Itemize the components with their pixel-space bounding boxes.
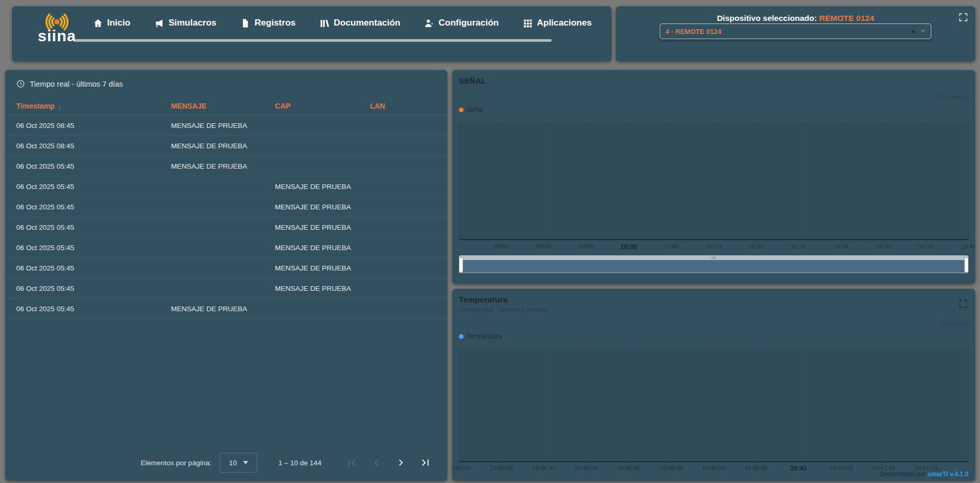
cell-cap: MENSAJE DE PRUEBA <box>275 183 370 191</box>
fullscreen-icon[interactable] <box>959 13 968 22</box>
gridline <box>884 122 884 242</box>
x-axis-label: 10:41:05 <box>829 465 853 471</box>
cell-timestamp: 06 Oct 2025 05:45 <box>5 183 171 191</box>
chart-title: SEÑAL <box>459 76 486 85</box>
table-row[interactable]: 06 Oct 2025 05:45 MENSAJE DE PRUEBA <box>5 176 447 197</box>
items-per-page-label: Elementos por página: <box>141 459 211 467</box>
temperatura-plot-area[interactable] <box>459 349 969 462</box>
sort-desc-icon[interactable]: ↓ <box>58 102 62 110</box>
x-axis-label: 10:10 <box>706 243 721 250</box>
last-page-button[interactable] <box>419 456 432 469</box>
gridline <box>586 122 587 242</box>
table-row[interactable]: 06 Oct 2025 08:45 MENSAJE DE PRUEBA <box>5 115 447 136</box>
fullscreen-icon[interactable] <box>959 299 968 309</box>
device-select[interactable]: 4 - REMOTE 0124 × <box>660 23 931 39</box>
column-header-cap[interactable]: CAP <box>275 102 370 110</box>
gridline <box>544 122 544 242</box>
slider-handle-left[interactable] <box>459 257 463 273</box>
nav-panel: siina Inicio Simulacros Registros Docume… <box>12 6 612 62</box>
promedio-label[interactable]: Promedio <box>939 93 969 101</box>
nav-label: Aplicaciones <box>537 18 592 28</box>
cell-timestamp: 06 Oct 2025 05:45 <box>5 305 171 313</box>
senal-x-axis: 09:4509:5009:5510:0010:0510:1010:1510:20… <box>459 243 969 252</box>
table-row[interactable]: 06 Oct 2025 05:45 MENSAJE DE PRUEBA <box>5 238 447 258</box>
table-row[interactable]: 06 Oct 2025 05:45 MENSAJE DE PRUEBA <box>5 278 447 299</box>
x-axis-label: 10:40 <box>961 243 975 250</box>
gridline <box>799 122 799 242</box>
promedio-label[interactable]: Promedio <box>939 320 969 327</box>
table-row[interactable]: 06 Oct 2025 05:45 MENSAJE DE PRUEBA <box>5 197 447 217</box>
gridline <box>756 349 757 464</box>
nav-item-inicio[interactable]: Inicio <box>93 18 130 28</box>
device-name: REMOTE 0124 <box>819 14 874 22</box>
prev-page-button[interactable] <box>370 456 383 469</box>
table-row[interactable]: 06 Oct 2025 05:45 MENSAJE DE PRUEBA <box>5 156 447 176</box>
table-row[interactable]: 06 Oct 2025 05:45 MENSAJE DE PRUEBA <box>5 299 447 319</box>
slider-handle-right[interactable] <box>964 257 969 273</box>
column-header-lan[interactable]: LAN <box>370 102 447 110</box>
x-axis-label: 10:40:20 <box>452 465 470 471</box>
gridline <box>714 122 714 242</box>
table-row[interactable]: 06 Oct 2025 05:45 MENSAJE DE PRUEBA <box>5 258 447 278</box>
next-page-button[interactable] <box>395 456 407 469</box>
cell-mensaje: MENSAJE DE PRUEBA <box>171 305 275 313</box>
cell-timestamp: 06 Oct 2025 05:45 <box>5 244 171 252</box>
first-page-button[interactable] <box>345 456 358 469</box>
x-axis-label: 10:40:45 <box>660 465 683 471</box>
x-axis-label: 10:40:25 <box>490 465 513 471</box>
table-header-row: Timestamp↓ MENSAJE CAP LAN <box>5 97 447 115</box>
slider-grip-icon[interactable] <box>711 256 716 259</box>
device-title: Dispositivo seleccionado: REMOTE 0124 <box>616 14 975 23</box>
footer-version-link[interactable]: smarTI v.4.1.0 <box>928 470 969 478</box>
chevron-down-icon <box>243 461 248 464</box>
x-axis-label: 10:40:55 <box>744 465 768 471</box>
table-body: 06 Oct 2025 08:45 MENSAJE DE PRUEBA 06 O… <box>5 115 447 319</box>
page-range-label: 1 – 10 de 144 <box>278 459 321 467</box>
realtime-table-panel: Tiempo real - últimos 7 días Timestamp↓ … <box>5 70 447 481</box>
senal-plot-area[interactable] <box>459 122 969 240</box>
device-select-value: 4 - REMOTE 0124 <box>665 28 911 36</box>
gridline <box>586 349 587 464</box>
cell-timestamp: 06 Oct 2025 05:45 <box>5 162 171 170</box>
time-range-slider[interactable] <box>459 255 969 273</box>
nav-label: Registros <box>255 18 295 28</box>
cell-timestamp: 06 Oct 2025 05:45 <box>5 264 171 272</box>
cell-timestamp: 06 Oct 2025 05:45 <box>5 203 171 211</box>
column-header-mensaje[interactable]: MENSAJE <box>171 102 275 110</box>
nav-item-aplicaciones[interactable]: Aplicaciones <box>523 18 592 28</box>
clear-icon[interactable]: × <box>911 28 915 36</box>
legend-dot-senal <box>459 108 464 112</box>
x-axis-label: 10:15 <box>748 243 764 250</box>
cell-mensaje: MENSAJE DE PRUEBA <box>171 142 275 150</box>
gridline <box>926 122 927 242</box>
gridline <box>714 349 714 464</box>
x-axis-label: 10:25 <box>834 243 849 250</box>
gridline <box>841 349 841 464</box>
nav-item-documentacion[interactable]: Documentación <box>319 18 400 28</box>
clock-icon <box>16 79 25 88</box>
nav-item-configuracion[interactable]: Configuración <box>424 18 499 28</box>
nav-label: Configuración <box>439 18 499 28</box>
table-row[interactable]: 06 Oct 2025 05:45 MENSAJE DE PRUEBA <box>5 217 447 238</box>
legend-senal[interactable]: Señal <box>459 106 483 113</box>
device-label: Dispositivo seleccionado: <box>717 14 817 22</box>
legend-temperatura[interactable]: Temperatura <box>459 333 502 340</box>
file-icon <box>240 18 250 28</box>
gridline <box>671 349 672 464</box>
pagination-bar: Elementos por página: 10 1 – 10 de 144 <box>141 453 432 473</box>
nav-item-registros[interactable]: Registros <box>240 18 295 28</box>
nav-label: Documentación <box>333 18 400 28</box>
chevron-down-icon[interactable] <box>920 30 926 33</box>
page-size-select[interactable]: 10 <box>220 453 257 473</box>
last-page-icon <box>419 456 432 469</box>
cell-mensaje: MENSAJE DE PRUEBA <box>171 122 275 129</box>
column-header-timestamp[interactable]: Timestamp↓ <box>5 102 171 110</box>
nav-item-simulacros[interactable]: Simulacros <box>154 18 216 28</box>
first-page-icon <box>345 456 358 469</box>
cell-timestamp: 06 Oct 2025 08:45 <box>5 142 171 150</box>
cell-cap: MENSAJE DE PRUEBA <box>275 285 370 292</box>
slider-selected-range[interactable] <box>459 260 969 273</box>
chevron-left-icon <box>370 456 383 469</box>
gridline <box>459 349 459 464</box>
table-row[interactable]: 06 Oct 2025 08:45 MENSAJE DE PRUEBA <box>5 136 447 156</box>
